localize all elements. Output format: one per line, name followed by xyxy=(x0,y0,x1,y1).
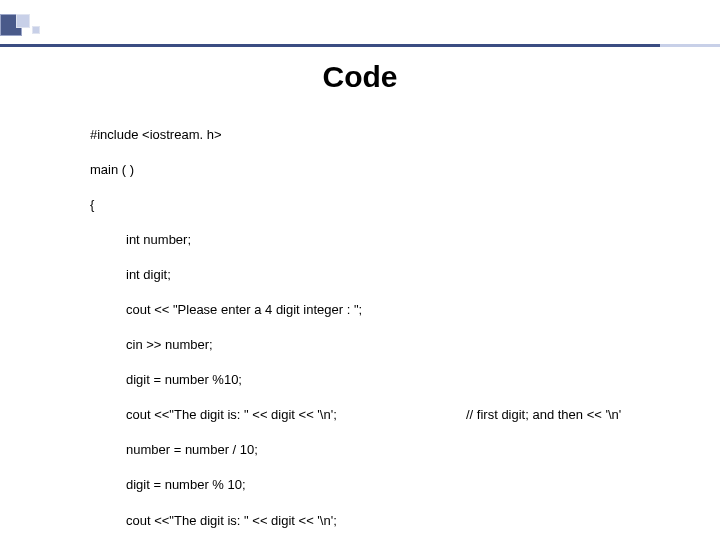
code-line: digit = number % 10; xyxy=(90,476,720,494)
horizontal-rule xyxy=(0,44,720,47)
code-line: int digit; xyxy=(90,266,720,284)
code-line: #include <iostream. h> xyxy=(90,126,720,144)
accent-square-light xyxy=(16,14,30,28)
slide-accent-squares xyxy=(0,14,40,36)
code-listing: #include <iostream. h> main ( ) { int nu… xyxy=(90,108,720,540)
slide-title: Code xyxy=(0,60,720,94)
code-line: int number; xyxy=(90,231,720,249)
code-comment: // first digit; and then << '\n' xyxy=(466,406,621,424)
code-line: cin >> number; xyxy=(90,336,720,354)
code-line: number = number / 10; xyxy=(90,441,720,459)
code-line: main ( ) xyxy=(90,161,720,179)
code-line: cout <<"The digit is: " << digit << '\n'… xyxy=(90,512,720,530)
code-line: digit = number %10; xyxy=(90,371,720,389)
accent-square-tiny xyxy=(32,26,40,34)
code-line: { xyxy=(90,196,720,214)
code-line-with-comment: cout <<"The digit is: " << digit << '\n'… xyxy=(90,406,720,424)
horizontal-rule-tail xyxy=(660,44,720,47)
code-line: cout << "Please enter a 4 digit integer … xyxy=(90,301,720,319)
code-text: cout <<"The digit is: " << digit << '\n'… xyxy=(126,406,466,424)
